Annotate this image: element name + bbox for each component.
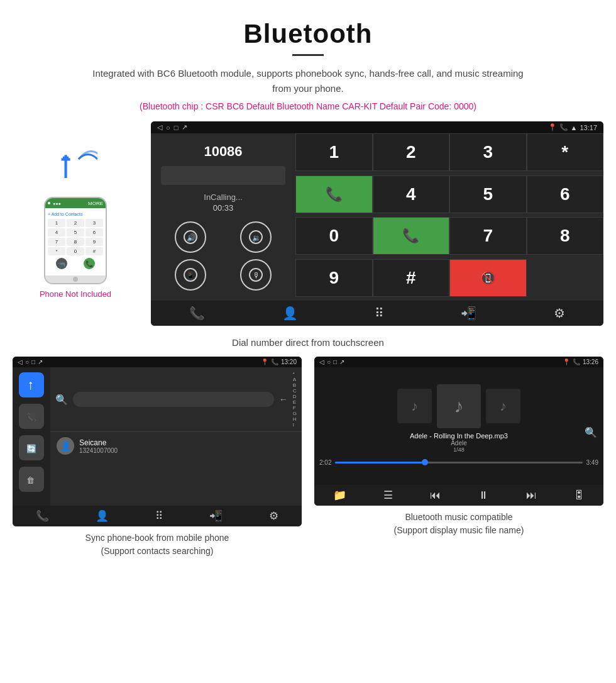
svg-text:🔉: 🔉 — [252, 233, 261, 242]
pb-nav-back: ◁ — [18, 358, 23, 365]
call-button-2[interactable]: 📞 — [373, 217, 450, 255]
pb-contacts-icon[interactable]: 👤 — [96, 509, 109, 523]
folder-icon[interactable]: 📁 — [333, 489, 346, 502]
sync-sidebar-btn[interactable]: 🔄 — [19, 435, 44, 460]
time-total: 3:49 — [586, 459, 598, 466]
phone-key-5[interactable]: 5 — [67, 228, 84, 236]
eq-icon[interactable]: 🎛 — [574, 489, 585, 502]
phone-key-1[interactable]: 1 — [48, 219, 65, 227]
key-9[interactable]: 9 — [295, 259, 373, 297]
pb-contact-row[interactable]: 👤 Seicane 13241007000 — [50, 432, 302, 460]
phonebook-main: 🔍 ← *ABCDEFGHI 👤 Seicane 13241007000 — [50, 367, 302, 506]
phone-key-hash[interactable]: # — [85, 247, 103, 255]
phone-video-btn[interactable]: 📹 — [56, 258, 67, 269]
svg-text:📞: 📞 — [26, 413, 37, 423]
phonebook-caption-main: Sync phone-book from mobile phone — [85, 533, 229, 543]
calling-info: InCalling... 00:33 — [204, 192, 242, 213]
key-7[interactable]: 7 — [449, 217, 527, 255]
svg-text:🔄: 🔄 — [26, 444, 37, 454]
volume-up-btn[interactable]: 🔊 — [175, 221, 206, 253]
phone-key-2[interactable]: 2 — [67, 219, 84, 227]
key-4[interactable]: 4 — [373, 175, 450, 213]
key-3[interactable]: 3 — [449, 133, 527, 171]
key-8[interactable]: 8 — [527, 217, 604, 255]
music-item: ◁ ○ □ ↗ 📍 📞 13:26 ♪ — [314, 357, 603, 560]
sync-sidebar-icon: 🔄 — [25, 441, 38, 455]
end-call-button[interactable]: 📵 — [449, 259, 527, 297]
key-1[interactable]: 1 — [295, 133, 373, 171]
phone-carrier: ●●● — [52, 201, 87, 206]
key-star[interactable]: * — [527, 133, 604, 171]
next-icon[interactable]: ⏭ — [526, 489, 537, 502]
phone-key-0[interactable]: 0 — [67, 247, 84, 255]
phone-key-3[interactable]: 3 — [85, 219, 103, 227]
transfer-btn[interactable]: 📱 — [175, 259, 206, 291]
input-display[interactable] — [161, 166, 285, 185]
key-hash[interactable]: # — [373, 259, 450, 297]
pb-search-input[interactable] — [73, 392, 274, 407]
dial-right: 1 2 3 * 📞 4 5 6 0 📞 7 8 9 # — [295, 133, 603, 301]
key-5[interactable]: 5 — [449, 175, 527, 213]
phone-key-star[interactable]: * — [48, 247, 65, 255]
phone-key-8[interactable]: 8 — [67, 238, 84, 246]
home-button[interactable] — [73, 277, 78, 282]
pb-search-icon: 🔍 — [55, 394, 68, 406]
time-display: 13:17 — [580, 124, 597, 131]
pb-call-icon[interactable]: 📞 — [36, 509, 49, 523]
pb-nav-up: ↗ — [38, 358, 43, 365]
prev-icon[interactable]: ⏮ — [430, 489, 441, 502]
music-note-left: ♪ — [411, 398, 418, 414]
mute-btn[interactable]: 🎙 — [240, 259, 272, 291]
settings-icon[interactable]: ⚙ — [554, 306, 565, 321]
music-search-icon[interactable]: 🔍 — [585, 426, 597, 438]
album-art: ♪ — [437, 384, 481, 428]
progress-track[interactable] — [335, 462, 582, 464]
key-0[interactable]: 0 — [295, 217, 373, 255]
dial-number: 10086 — [204, 143, 242, 160]
time-current: 2:02 — [319, 459, 331, 466]
dialpad-icon[interactable]: ⠿ — [375, 306, 384, 321]
bt-call-icon[interactable]: 📞 — [189, 306, 205, 321]
pb-contact-name: Seicane — [79, 438, 295, 447]
phone-add-contact: + Add to Contacts — [48, 212, 103, 216]
playlist-icon[interactable]: ☰ — [383, 489, 393, 502]
volume-down-btn[interactable]: 🔉 — [240, 221, 272, 253]
call-button[interactable]: 📞 — [295, 175, 373, 213]
contacts-icon[interactable]: 👤 — [282, 306, 298, 321]
bluetooth-sidebar-btn[interactable]: ⭡ — [19, 372, 44, 397]
pb-transfer-icon[interactable]: 📲 — [209, 509, 223, 523]
svg-text:🗑: 🗑 — [26, 475, 35, 485]
pb-alphabet: *ABCDEFGHI — [293, 371, 297, 428]
car-dial-screen: ◁ ○ □ ↗ 📍 📞 ▲ 13:17 10086 — [151, 121, 603, 326]
svg-text:📱: 📱 — [186, 271, 195, 280]
phone-call-btn[interactable]: 📞 — [84, 258, 95, 269]
pb-status-right: 📍 📞 13:20 — [261, 358, 297, 365]
music-track: 1/48 — [410, 447, 508, 453]
music-controls: 📁 ☰ ⏮ ⏸ ⏭ 🎛 — [314, 485, 603, 506]
key-2[interactable]: 2 — [373, 133, 450, 171]
transfer-icon[interactable]: 📲 — [461, 306, 476, 321]
key-6[interactable]: 6 — [527, 175, 604, 213]
play-pause-icon[interactable]: ⏸ — [478, 489, 489, 502]
music-phone: 📞 — [573, 358, 580, 365]
music-artist: Adele — [410, 440, 508, 447]
phone-key-6[interactable]: 6 — [85, 228, 103, 236]
phone-key-7[interactable]: 7 — [48, 238, 65, 246]
phonebook-sidebar: ⭡ 📞 🔄 🗑 — [13, 367, 50, 506]
pb-back-icon[interactable]: ← — [279, 394, 288, 404]
phonebook-item: ◁ ○ □ ↗ 📍 📞 13:20 ⭡ — [13, 357, 302, 560]
phone-key-9[interactable]: 9 — [85, 238, 103, 246]
dial-section: ⭡ ●●● MORE + Add to Contacts 1 2 3 4 5 6… — [0, 121, 616, 326]
phone-mockup: ⭡ ●●● MORE + Add to Contacts 1 2 3 4 5 6… — [13, 121, 138, 299]
pb-contact-number: 13241007000 — [79, 447, 295, 454]
wifi-icon: ▲ — [571, 124, 578, 131]
phone-key-4[interactable]: 4 — [48, 228, 65, 236]
phone-sidebar-btn[interactable]: 📞 — [19, 404, 44, 429]
pb-dialpad-icon[interactable]: ⠿ — [155, 509, 163, 523]
delete-sidebar-btn[interactable]: 🗑 — [19, 467, 44, 492]
pb-settings-icon[interactable]: ⚙ — [269, 509, 278, 523]
svg-text:⭡: ⭡ — [26, 380, 36, 391]
mute-icon: 🎙 — [248, 267, 263, 282]
pb-nav-home: ○ — [25, 358, 29, 365]
nav-up: ↗ — [182, 123, 187, 131]
